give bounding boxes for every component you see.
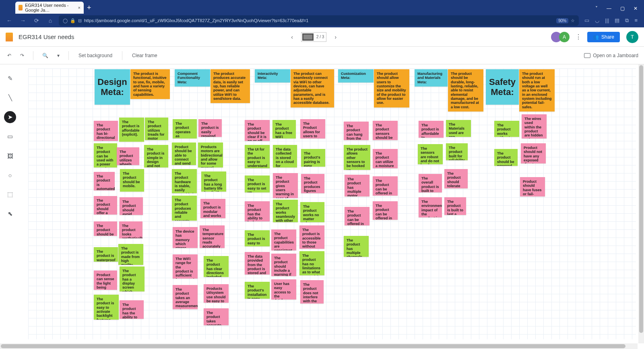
sticky-note[interactable]: Product can sense the light being emitte… xyxy=(94,271,117,290)
select-tool-icon[interactable]: ➤ xyxy=(4,111,16,123)
textbox-tool-icon[interactable]: ⬚ xyxy=(4,188,16,200)
sticky-note[interactable]: The product should allow users to custom… xyxy=(374,69,409,107)
sticky-note[interactable]: Product should have fuses or fail-safes … xyxy=(520,177,545,196)
sticky-note[interactable]: The product is accessible to those witho… xyxy=(299,225,324,249)
sticky-note[interactable]: Interactivity Meta: xyxy=(255,69,290,83)
sticky-note[interactable]: The wires used within the product are hi… xyxy=(522,114,547,138)
sticky-note[interactable]: The product can be offered in multiple s… xyxy=(373,201,398,220)
sticky-note[interactable]: The WiFi range for the product is suffic… xyxy=(173,254,198,279)
sticky-note[interactable]: The product is waterproof (explicit). xyxy=(94,247,118,262)
sticky-note[interactable]: The product has the ability to monitor a… xyxy=(120,300,144,319)
more-options-icon[interactable]: ⋮ xyxy=(574,33,583,41)
shield-icon[interactable]: ◯ xyxy=(63,18,68,23)
collaborator-avatars[interactable]: A xyxy=(553,32,570,42)
sticky-note[interactable]: The product has a free WiFi service that… xyxy=(272,120,296,138)
sticky-note[interactable]: The product is easy to set up (explicit)… xyxy=(245,176,270,192)
sticky-note[interactable]: The product can be offered in multiple s… xyxy=(373,176,398,196)
sticky-note[interactable]: The product should be powered on no high… xyxy=(494,149,518,166)
sticky-note[interactable]: The product has no limitations as to wha… xyxy=(299,251,324,275)
window-close-icon[interactable]: ✕ xyxy=(634,6,638,11)
sticky-note[interactable]: The product can hang from the ceiling. xyxy=(344,122,369,140)
tab-close-icon[interactable]: × xyxy=(78,5,80,10)
sticky-note[interactable]: Manufacturing and Materials Meta: xyxy=(415,69,448,87)
sticky-note[interactable]: The product works without errors (latent… xyxy=(494,121,519,137)
sticky-note[interactable]: The product capabilities are consistent—… xyxy=(271,229,296,250)
share-button[interactable]: 👥 Share xyxy=(587,32,620,42)
sticky-note[interactable]: The product can seamlessly connect via W… xyxy=(291,69,334,107)
sticky-note[interactable]: Design Meta: xyxy=(95,69,130,105)
sticky-note[interactable]: The product produces accurate data, is e… xyxy=(211,69,250,103)
app-menu-icon[interactable]: ≡ xyxy=(634,17,638,24)
sticky-note[interactable]: The product is built to last a long time… xyxy=(444,197,466,215)
sticky-note[interactable]: The UI for the product is easy to unders… xyxy=(245,145,270,168)
sticky-note[interactable]: The product gives users warning in case … xyxy=(273,173,298,198)
bookmark-star-icon[interactable]: ☆ xyxy=(571,18,575,23)
sticky-note[interactable]: The data collected is stored on a cloud … xyxy=(273,145,297,167)
sticky-note[interactable]: Customization Meta: xyxy=(338,69,374,83)
profile-avatar[interactable]: T xyxy=(626,31,638,43)
sticky-note[interactable]: The product has the ability to lock soft… xyxy=(245,201,270,221)
redo-icon[interactable]: ↷ xyxy=(19,51,26,60)
sticky-note[interactable]: The product takes accurate measurements … xyxy=(204,308,229,325)
open-on-jamboard-link[interactable]: Open on a Jamboard xyxy=(584,53,638,58)
sticky-note[interactable]: The product should be durable, long-last… xyxy=(448,69,483,112)
library-icon[interactable]: ||| xyxy=(605,17,609,24)
sticky-note[interactable]: The Product allows for users to adjust p… xyxy=(300,119,325,138)
new-tab-button[interactable]: + xyxy=(87,4,91,12)
sidebar-icon[interactable]: ▤ xyxy=(615,17,619,24)
sticky-note[interactable]: The product utilizes treads for motor co… xyxy=(145,118,168,140)
sticky-note[interactable]: The product built for reliability (laten… xyxy=(446,143,468,160)
sticky-note[interactable]: The product has bi-directional motors in… xyxy=(94,121,118,141)
image-tool-icon[interactable]: 🖼 xyxy=(4,150,16,162)
zoom-icon[interactable]: 🔍 xyxy=(41,51,50,60)
canvas[interactable]: Design Meta:The product is functional, i… xyxy=(20,64,644,343)
sticky-note[interactable]: The product can be used with a power sup… xyxy=(94,143,117,167)
sticky-note[interactable]: The product can utilize a moisture senso… xyxy=(373,149,398,168)
sticky-note[interactable]: The product is modular and works with ot… xyxy=(200,199,225,218)
sticky-note[interactable]: The product is easily repaired without t… xyxy=(198,119,222,137)
sticky-note[interactable]: The product does not interfere with the … xyxy=(300,280,324,304)
sticky-note[interactable]: Safety Meta: xyxy=(486,69,519,105)
sticky-note[interactable]: The product works no matter where you ar… xyxy=(300,202,324,222)
sticky-note[interactable]: The product allows other sensors to be h… xyxy=(344,145,370,170)
sticky-note[interactable]: The product operates as advertised (expl… xyxy=(173,119,197,138)
sticky-note[interactable]: The product has multiple motor control p… xyxy=(345,175,369,196)
sticky-note[interactable]: Component Functionality Meta: xyxy=(175,69,210,87)
sticky-note[interactable]: Product should not have any exposed dire… xyxy=(521,143,546,163)
sticky-note[interactable]: The product should offer a variety of se… xyxy=(94,196,117,215)
sticky-note[interactable]: The product should tolerate high tempera… xyxy=(444,169,468,188)
sticky-note[interactable]: The product is affordable (explicit). xyxy=(119,118,144,142)
extension-icon[interactable]: ▭ xyxy=(584,17,589,24)
eraser-tool-icon[interactable]: ╲ xyxy=(4,92,16,104)
shape-tool-icon[interactable]: ○ xyxy=(4,169,16,181)
sticky-note[interactable]: The product is affordable to construct xyxy=(419,121,444,138)
home-icon[interactable]: ⌂ xyxy=(45,17,56,24)
sticky-note[interactable]: Products UI/system use should be easy to… xyxy=(204,284,229,303)
window-minimize-icon[interactable]: — xyxy=(607,6,611,11)
sticky-note[interactable]: The product can be offered in multiple c… xyxy=(345,207,369,225)
browser-tab[interactable]: EGR314 User needs - Google Ja… × xyxy=(15,2,84,14)
prev-frame-button[interactable]: ‹ xyxy=(288,32,296,42)
sticky-note[interactable]: The device has memory which stores previ… xyxy=(173,227,198,248)
sticky-note[interactable]: The product hardware is stable, easily a… xyxy=(172,169,197,193)
frame-selector[interactable]: 2 / 3 xyxy=(301,32,326,42)
sticky-note[interactable]: The product looks aesthetically appealin… xyxy=(119,221,142,238)
permissions-icon[interactable]: ⊟ xyxy=(78,18,82,23)
sticky-note[interactable]: The product produces figures and graphs … xyxy=(301,174,324,193)
avatar[interactable]: A xyxy=(559,32,570,42)
sticky-note[interactable]: The overall product is built to last a l… xyxy=(419,174,442,192)
sticky-note[interactable]: The product's installation is easy (late… xyxy=(245,282,270,299)
laser-tool-icon[interactable]: ⬉ xyxy=(4,208,16,220)
sticky-note[interactable]: The product should include a warning if … xyxy=(271,254,296,276)
sticky-note[interactable]: The product has multiple channels that d… xyxy=(344,236,369,257)
lock-icon[interactable]: 🔒 xyxy=(70,18,76,23)
sticky-note[interactable]: User has easy access to the database whe… xyxy=(271,279,296,299)
sticky-note[interactable]: The temperature sensor reads accurately … xyxy=(200,225,225,248)
pocket-icon[interactable]: ◡ xyxy=(595,17,599,24)
sticky-note[interactable]: The data provided from the product is st… xyxy=(245,252,270,275)
window-maximize-icon[interactable]: ▢ xyxy=(620,6,625,11)
sticky-note[interactable]: The product has a long battery life (exp… xyxy=(201,171,226,192)
sticky-note[interactable]: Products motors are bidirectional and al… xyxy=(198,142,223,167)
sticky-note[interactable]: The Materials used are eco friendly xyxy=(446,120,471,137)
set-background-button[interactable]: Set background xyxy=(76,51,115,60)
